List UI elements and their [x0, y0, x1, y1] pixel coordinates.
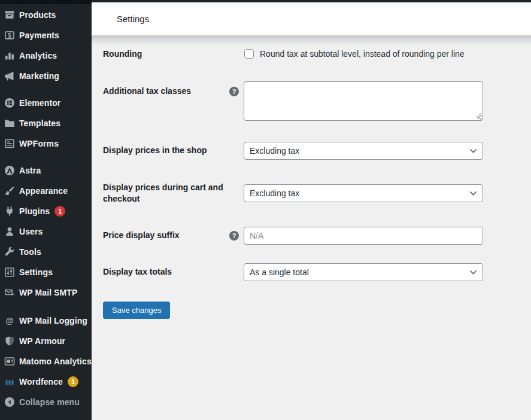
sidebar-item-matomo-analytics[interactable]: Matomo Analytics — [0, 351, 92, 372]
svg-text:@: @ — [5, 316, 14, 325]
sliders-icon — [4, 266, 16, 278]
sidebar-item-label: Tools — [19, 247, 41, 257]
svg-text:$: $ — [8, 32, 11, 39]
fence-icon — [4, 376, 16, 388]
sidebar-item-marketing[interactable]: Marketing — [0, 66, 92, 86]
sidebar-item-wp-mail-logging[interactable]: @WP Mail Logging — [0, 311, 92, 331]
display-prices-shop-field: Excluding tax — [244, 142, 483, 160]
sidebar-item-label: WP Armour — [19, 336, 65, 346]
shield-icon — [4, 335, 16, 347]
additional-tax-classes-textarea[interactable] — [244, 81, 483, 121]
sidebar-item-label: Astra — [19, 166, 41, 175]
plug-icon — [4, 205, 16, 217]
sidebar-item-label: Payments — [19, 31, 59, 40]
notification-badge: 1 — [54, 206, 65, 217]
sidebar-item-collapse-menu[interactable]: Collapse menu — [0, 392, 92, 412]
sidebar-item-label: Marketing — [19, 71, 59, 81]
rounding-field: Round tax at subtotal level, instead of … — [244, 49, 483, 59]
price-display-suffix-row: Price display suffix ? — [103, 227, 531, 245]
wordpress-admin: Products$PaymentsAnalyticsMarketingEleme… — [0, 0, 531, 420]
display-tax-totals-select[interactable]: As a single total — [244, 263, 483, 281]
price-display-suffix-label: Price display suffix — [103, 230, 229, 241]
save-changes-button[interactable]: Save changes — [103, 302, 170, 319]
user-icon — [4, 226, 16, 238]
analytics-icon — [4, 50, 16, 62]
main-area: Settings Rounding Round tax at subtotal … — [92, 0, 531, 420]
sidebar-item-analytics[interactable]: Analytics — [0, 45, 92, 66]
sidebar-item-tools[interactable]: Tools — [0, 242, 92, 262]
sidebar-item-label: Appearance — [19, 186, 68, 196]
wrench-icon — [4, 246, 16, 258]
rounding-label: Rounding — [103, 48, 229, 60]
rounding-checkbox-row[interactable]: Round tax at subtotal level, instead of … — [244, 49, 483, 59]
sidebar-item-templates[interactable]: Templates — [0, 113, 92, 133]
display-tax-totals-field: As a single total — [244, 263, 483, 281]
selected-value: Excluding tax — [250, 146, 299, 156]
astra-icon — [4, 165, 16, 176]
display-prices-shop-row: Display prices in the shop Excluding tax — [103, 142, 531, 160]
sidebar-item-label: WP Mail SMTP — [19, 288, 77, 297]
page-header: Settings — [92, 2, 531, 35]
price-display-suffix-input[interactable] — [244, 227, 483, 245]
sidebar-item-label: Analytics — [19, 51, 57, 60]
display-prices-cart-row: Display prices during cart and checkout … — [103, 182, 531, 205]
sidebar-item-wpforms[interactable]: WPForms — [0, 133, 92, 154]
products-icon — [4, 9, 16, 21]
sidebar-item-plugins[interactable]: Plugins1 — [0, 201, 92, 221]
display-prices-shop-select[interactable]: Excluding tax — [244, 142, 483, 160]
sidebar-item-label: Products — [19, 10, 56, 20]
help-slot: ? — [229, 81, 244, 96]
sidebar-menu: Products$PaymentsAnalyticsMarketingEleme… — [0, 4, 92, 412]
sidebar-item-wp-mail-smtp[interactable]: WP Mail SMTP — [0, 282, 92, 303]
header-shadow — [92, 35, 531, 45]
additional-tax-classes-label: Additional tax classes — [103, 81, 229, 97]
sidebar-item-settings[interactable]: Settings — [0, 262, 92, 282]
brush-icon — [4, 185, 16, 197]
sidebar-item-astra[interactable]: Astra — [0, 160, 92, 181]
sidebar-item-label: Plugins — [19, 206, 50, 216]
folder-icon — [4, 117, 16, 129]
additional-tax-classes-field — [244, 81, 483, 123]
sidebar-item-elementor[interactable]: Elementor — [0, 93, 92, 113]
display-prices-cart-field: Excluding tax — [244, 184, 483, 202]
additional-tax-classes-row: Additional tax classes ? — [103, 81, 531, 123]
display-tax-totals-row: Display tax totals As a single total — [103, 263, 531, 281]
sidebar-item-label: Matomo Analytics — [19, 357, 92, 366]
sidebar-item-label: WP Mail Logging — [19, 316, 87, 325]
display-prices-cart-label: Display prices during cart and checkout — [103, 182, 229, 205]
sidebar-item-payments[interactable]: $Payments — [0, 25, 92, 45]
sidebar-item-label: Templates — [19, 118, 60, 128]
sidebar-item-label: Settings — [19, 267, 53, 277]
help-slot: ? — [229, 231, 244, 241]
mail-arrow-icon — [4, 287, 16, 299]
sidebar-item-appearance[interactable]: Appearance — [0, 181, 92, 201]
help-icon[interactable]: ? — [229, 231, 239, 241]
screen-chart-icon — [4, 355, 16, 367]
sidebar-top-texture — [0, 0, 92, 4]
form-icon — [4, 138, 16, 150]
rounding-checkbox-label: Round tax at subtotal level, instead of … — [260, 49, 465, 59]
notification-badge: 1 — [68, 376, 78, 387]
sidebar-item-users[interactable]: Users — [0, 221, 92, 242]
rounding-checkbox[interactable] — [244, 49, 254, 59]
display-prices-shop-label: Display prices in the shop — [103, 145, 229, 156]
sidebar-item-wp-armour[interactable]: WP Armour — [0, 331, 92, 351]
megaphone-icon — [4, 70, 16, 82]
price-display-suffix-field — [244, 227, 483, 245]
sidebar-item-wordfence[interactable]: Wordfence1 — [0, 372, 92, 392]
sidebar-item-label: Elementor — [19, 98, 60, 108]
sidebar-item-label: Users — [19, 227, 43, 236]
collapse-arrow-icon — [4, 396, 16, 408]
admin-sidebar: Products$PaymentsAnalyticsMarketingEleme… — [0, 0, 92, 420]
selected-value: As a single total — [250, 267, 309, 277]
sidebar-item-label: Wordfence — [19, 377, 63, 386]
elementor-icon — [4, 97, 16, 109]
sidebar-item-label: WPForms — [19, 139, 59, 148]
help-icon[interactable]: ? — [229, 87, 239, 96]
at-sign-icon: @ — [4, 315, 16, 327]
tax-settings-form: Rounding Round tax at subtotal level, in… — [92, 45, 531, 319]
sidebar-item-products[interactable]: Products — [0, 5, 92, 25]
payments-icon: $ — [4, 29, 16, 41]
display-prices-cart-select[interactable]: Excluding tax — [244, 184, 483, 202]
selected-value: Excluding tax — [250, 188, 299, 198]
